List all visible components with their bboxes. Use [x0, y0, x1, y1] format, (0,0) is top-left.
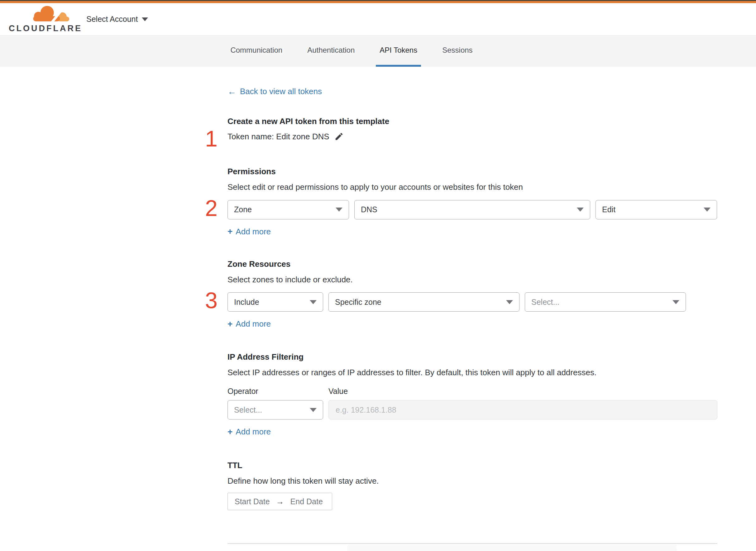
footer-divider: [227, 543, 717, 544]
tab-bar: Communication Authentication API Tokens …: [0, 35, 756, 67]
token-name-value: Token name: Edit zone DNS: [227, 132, 329, 141]
ttl-date-range-picker[interactable]: Start Date → End Date: [227, 493, 332, 510]
zone-picker-select[interactable]: Select...: [525, 292, 686, 312]
chevron-down-icon: [310, 300, 316, 304]
ip-filtering-section: IP Address Filtering Select IP addresses…: [227, 353, 717, 437]
chevron-down-icon: [577, 207, 584, 211]
zone-include-select[interactable]: Include: [227, 292, 323, 312]
edit-pencil-icon[interactable]: [334, 132, 344, 141]
ttl-section: TTL Define how long this token will stay…: [227, 461, 717, 510]
plus-icon: +: [227, 428, 232, 436]
ip-filtering-add-more-link[interactable]: + Add more: [227, 427, 271, 437]
plus-icon: +: [227, 227, 232, 236]
ip-filtering-description: Select IP addresses or ranges of IP addr…: [227, 368, 717, 378]
ip-filtering-title: IP Address Filtering: [227, 353, 717, 362]
step-number-1: 1: [205, 127, 217, 150]
zone-resources-description: Select zones to include or exclude.: [227, 275, 717, 285]
value-label: Value: [328, 387, 348, 396]
operator-label: Operator: [227, 387, 328, 396]
top-accent-bar: [0, 0, 756, 3]
cloudflare-wordmark: CLOUDFLARE: [9, 24, 74, 33]
permission-scope-select[interactable]: Zone: [227, 200, 349, 219]
permission-type-select[interactable]: DNS: [354, 200, 590, 219]
tab-authentication[interactable]: Authentication: [303, 36, 358, 67]
step-number-2: 2: [205, 197, 217, 219]
back-arrow-icon: ←: [227, 87, 236, 96]
ip-value-input[interactable]: [328, 400, 717, 420]
zone-resources-row: 3 Include Specific zone Select...: [227, 292, 717, 312]
ip-operator-select[interactable]: Select...: [227, 400, 323, 420]
permission-access-select[interactable]: Edit: [596, 200, 717, 219]
chevron-down-icon: [142, 17, 148, 21]
step-number-3: 3: [205, 289, 217, 312]
api-token-template-page: CLOUDFLARE Select Account Communication …: [0, 0, 756, 551]
chevron-down-icon: [335, 207, 342, 211]
right-arrow-icon: →: [276, 497, 284, 506]
chevron-down-icon: [310, 408, 316, 412]
header: CLOUDFLARE Select Account: [0, 3, 756, 35]
permissions-row: 2 Zone DNS Edit: [227, 200, 717, 219]
back-to-tokens-link[interactable]: ← Back to view all tokens: [227, 87, 322, 96]
ttl-title: TTL: [227, 461, 717, 470]
permissions-title: Permissions: [227, 167, 717, 176]
cloudflare-logo[interactable]: CLOUDFLARE: [9, 6, 74, 33]
zone-resources-add-more-link[interactable]: + Add more: [227, 319, 271, 329]
start-date-placeholder: Start Date: [235, 497, 270, 506]
back-link-label: Back to view all tokens: [240, 87, 322, 96]
account-selector-label: Select Account: [86, 15, 138, 24]
ip-filtering-row: Select...: [227, 400, 717, 420]
chevron-down-icon: [673, 300, 679, 304]
permissions-add-more-link[interactable]: + Add more: [227, 227, 271, 236]
tab-sessions[interactable]: Sessions: [439, 36, 476, 67]
permissions-section: Permissions Select edit or read permissi…: [227, 167, 717, 236]
main-content: ← Back to view all tokens Create a new A…: [227, 67, 717, 551]
token-section-title: Create a new API token from this templat…: [227, 117, 717, 126]
token-name-section: Create a new API token from this templat…: [227, 117, 717, 141]
token-name-row: 1 Token name: Edit zone DNS: [227, 132, 717, 141]
zone-resources-section: Zone Resources Select zones to include o…: [227, 259, 717, 329]
plus-icon: +: [227, 320, 232, 329]
zone-scope-select[interactable]: Specific zone: [328, 292, 520, 312]
account-selector[interactable]: Select Account: [86, 3, 148, 35]
tab-communication[interactable]: Communication: [226, 36, 286, 67]
tab-api-tokens[interactable]: API Tokens: [376, 36, 421, 67]
chevron-down-icon: [704, 207, 711, 211]
ttl-description: Define how long this token will stay act…: [227, 477, 717, 486]
cloudflare-cloud-icon: [9, 6, 74, 24]
ip-filtering-labels: Operator Value: [227, 387, 717, 396]
tabs: Communication Authentication API Tokens …: [226, 36, 476, 67]
zone-resources-title: Zone Resources: [227, 259, 717, 269]
permissions-description: Select edit or read permissions to apply…: [227, 183, 717, 192]
chevron-down-icon: [506, 300, 513, 304]
end-date-placeholder: End Date: [290, 497, 323, 506]
